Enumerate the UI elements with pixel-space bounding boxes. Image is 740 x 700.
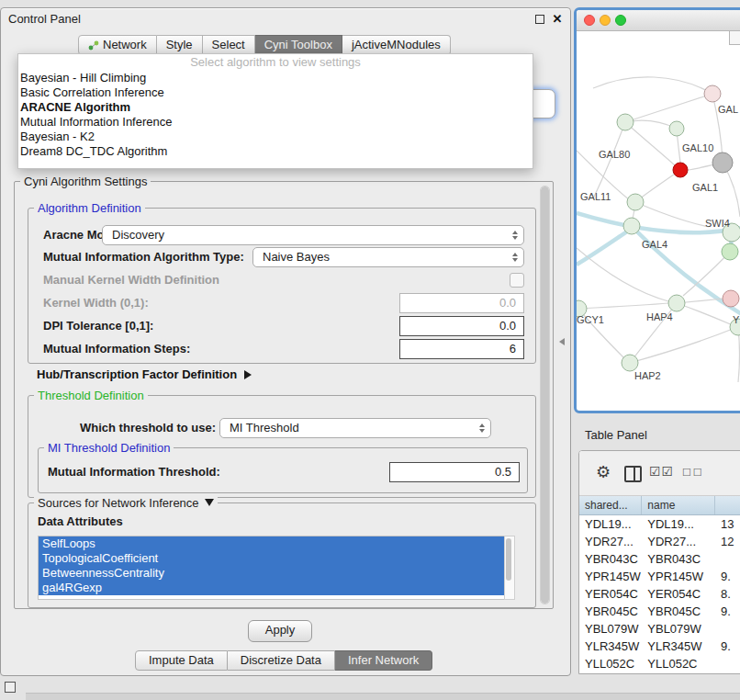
canvas-scroll-corner bbox=[729, 31, 740, 45]
scrollbar-thumb[interactable] bbox=[506, 538, 511, 581]
panel-splitter-arrow[interactable] bbox=[559, 338, 565, 345]
gear-icon[interactable]: ⚙ bbox=[596, 464, 611, 480]
threshold-definition-group: Threshold Definition Which threshold to … bbox=[28, 395, 536, 498]
attributes-scrollbar[interactable] bbox=[504, 536, 515, 600]
chevron-right-icon bbox=[244, 370, 252, 379]
column-header-clipped[interactable] bbox=[715, 496, 740, 514]
table-row[interactable]: YDL19...YDL19...13 bbox=[579, 515, 740, 533]
dpi-tolerance-field[interactable]: 0.0 bbox=[399, 316, 524, 336]
table-header: shared... name bbox=[579, 496, 740, 515]
cell: YDR27... bbox=[642, 533, 715, 550]
table-row[interactable]: YPR145WYPR145W9. bbox=[579, 568, 740, 585]
close-button[interactable]: ✕ bbox=[551, 13, 564, 26]
tab-network[interactable]: Network bbox=[78, 35, 157, 55]
tab-discretize-data[interactable]: Discretize Data bbox=[228, 650, 335, 671]
cell: 9. bbox=[715, 638, 740, 655]
graph-node-label: SWI4 bbox=[705, 218, 730, 229]
aracne-mode-select[interactable]: Discovery bbox=[102, 225, 524, 245]
table-row[interactable]: YLR345WYLR345W9. bbox=[579, 638, 740, 655]
mi-threshold-field[interactable]: 0.5 bbox=[389, 462, 520, 482]
select-all-checkboxes-icon[interactable]: ☑☑ bbox=[649, 464, 674, 479]
table-row[interactable]: YBR045CYBR045C9. bbox=[579, 603, 740, 620]
threshold-definition-title: Threshold Definition bbox=[34, 389, 148, 402]
sources-group: Sources for Network Inference Data Attri… bbox=[28, 502, 536, 608]
kernel-width-field[interactable]: 0.0 bbox=[399, 293, 524, 313]
tab-cyni-toolbox[interactable]: Cyni Toolbox bbox=[255, 35, 342, 55]
column-browser-icon[interactable] bbox=[624, 466, 642, 482]
graph-node[interactable] bbox=[669, 121, 684, 136]
graph-node[interactable] bbox=[617, 114, 633, 130]
mi-threshold-group: MI Threshold Definition Mutual Informati… bbox=[38, 447, 528, 493]
graph-node[interactable] bbox=[704, 85, 721, 102]
close-traffic-light[interactable] bbox=[584, 15, 595, 26]
tab-style[interactable]: Style bbox=[157, 35, 203, 55]
chevron-down-icon bbox=[205, 499, 214, 506]
apply-button[interactable]: Apply bbox=[248, 620, 312, 642]
column-header-shared-name[interactable]: shared... bbox=[579, 496, 642, 514]
control-panel-titlebar: Control Panel ✕ bbox=[1, 8, 570, 30]
tab-label: Network bbox=[103, 36, 147, 54]
graph-node[interactable] bbox=[673, 163, 688, 177]
aracne-mode-value: Discovery bbox=[112, 228, 164, 242]
tab-jactivemnodules[interactable]: jActiveMNodules bbox=[342, 35, 451, 55]
graph-node-label: GAL80 bbox=[599, 149, 630, 160]
minimize-button[interactable] bbox=[533, 13, 546, 26]
algorithm-option[interactable]: Mutual Information Inference bbox=[18, 115, 533, 130]
graph-node[interactable] bbox=[668, 295, 685, 311]
algorithm-option[interactable]: Bayesian - Hill Climbing bbox=[18, 71, 533, 85]
restore-window-icon[interactable] bbox=[5, 682, 16, 693]
bottom-bar bbox=[26, 693, 740, 700]
minimize-traffic-light[interactable] bbox=[600, 15, 611, 26]
zoom-traffic-light[interactable] bbox=[615, 15, 626, 26]
hub-section-toggle[interactable]: Hub/Transcription Factor Definition bbox=[37, 367, 252, 381]
table-row[interactable]: YBR043CYBR043C bbox=[579, 550, 740, 568]
table-panel: ⚙ ☑☑ ☐☐ shared... name YDL19...YDL19...1… bbox=[578, 450, 740, 674]
list-item[interactable]: gal4RGexp bbox=[39, 581, 504, 595]
bottom-tab-bar: Impute Data Discretize Data Infer Networ… bbox=[135, 650, 432, 671]
algorithm-option[interactable]: Dream8 DC_TDC Algorithm bbox=[18, 144, 533, 159]
cell: YER054C bbox=[642, 585, 715, 603]
scrollbar-thumb[interactable] bbox=[541, 186, 549, 604]
deselect-all-checkboxes-icon[interactable]: ☐☐ bbox=[682, 467, 704, 479]
table-row[interactable]: YBL079WYBL079W bbox=[579, 620, 740, 638]
mi-type-select[interactable]: Naive Bayes bbox=[252, 247, 524, 267]
table-panel-title: Table Panel bbox=[585, 428, 647, 442]
network-canvas[interactable]: GAL80GAL10GALGAL11GAL1SWI4GAL4GCY1HAP4YH… bbox=[577, 31, 740, 412]
settings-group-title: Cyni Algorithm Settings bbox=[20, 175, 151, 188]
table-row[interactable]: YER054CYER054C8. bbox=[579, 585, 740, 603]
column-header-name[interactable]: name bbox=[642, 496, 715, 514]
table-row[interactable]: YLL052CYLL052C bbox=[579, 655, 740, 672]
which-threshold-select[interactable]: MI Threshold bbox=[219, 418, 491, 438]
graph-node[interactable] bbox=[627, 194, 644, 210]
manual-kernel-checkbox[interactable] bbox=[510, 273, 524, 288]
tab-select[interactable]: Select bbox=[203, 35, 255, 55]
mi-steps-field[interactable]: 6 bbox=[399, 339, 524, 359]
algorithm-option-selected[interactable]: ARACNE Algorithm bbox=[18, 100, 533, 115]
table-row[interactable]: YDR27...YDR27...12 bbox=[579, 533, 740, 550]
graph-node[interactable] bbox=[622, 355, 638, 371]
list-item[interactable]: SelfLoops bbox=[39, 536, 504, 551]
algorithm-option[interactable]: Basic Correlation Inference bbox=[18, 85, 533, 100]
list-item[interactable]: TopologicalCoefficient bbox=[39, 551, 504, 566]
settings-scrollbar[interactable] bbox=[540, 186, 550, 604]
graph-node[interactable] bbox=[712, 152, 733, 173]
sources-group-toggle[interactable]: Sources for Network Inference bbox=[34, 496, 218, 510]
cell: YBR043C bbox=[642, 550, 715, 568]
graph-edge bbox=[593, 122, 625, 198]
graph-node[interactable] bbox=[623, 218, 640, 234]
list-item[interactable]: BetweennessCentrality bbox=[39, 566, 504, 581]
graph-node[interactable] bbox=[722, 243, 738, 260]
network-window-titlebar bbox=[577, 10, 740, 31]
cell bbox=[715, 655, 740, 672]
cell: YLR345W bbox=[642, 638, 715, 655]
graph-node-label: GAL11 bbox=[580, 191, 611, 202]
tab-infer-network[interactable]: Infer Network bbox=[335, 650, 432, 671]
network-view-window: GAL80GAL10GALGAL11GAL1SWI4GAL4GCY1HAP4YH… bbox=[574, 7, 740, 413]
network-graph: GAL80GAL10GALGAL11GAL1SWI4GAL4GCY1HAP4YH… bbox=[577, 31, 740, 412]
graph-edge bbox=[625, 94, 712, 122]
algorithm-option[interactable]: Bayesian - K2 bbox=[18, 130, 533, 144]
data-attributes-list: SelfLoops TopologicalCoefficient Between… bbox=[38, 536, 505, 600]
graph-node[interactable] bbox=[723, 290, 739, 307]
tab-impute-data[interactable]: Impute Data bbox=[135, 650, 228, 671]
cell: 12 bbox=[715, 533, 740, 550]
